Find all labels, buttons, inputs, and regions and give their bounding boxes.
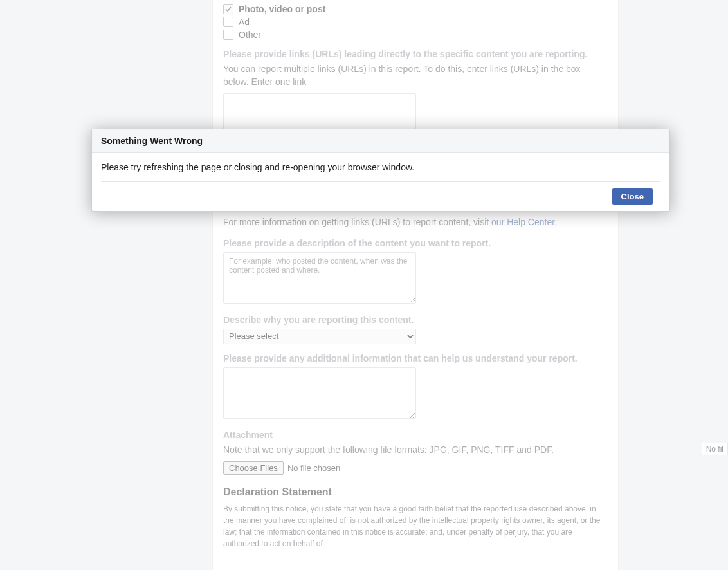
modal-body: Please try refreshing the page or closin… bbox=[92, 153, 669, 181]
modal-title: Something Went Wrong bbox=[92, 129, 669, 153]
modal-overlay bbox=[0, 0, 728, 570]
modal-footer: Close bbox=[101, 181, 660, 211]
error-modal: Something Went Wrong Please try refreshi… bbox=[91, 129, 670, 212]
close-button[interactable]: Close bbox=[612, 188, 653, 205]
